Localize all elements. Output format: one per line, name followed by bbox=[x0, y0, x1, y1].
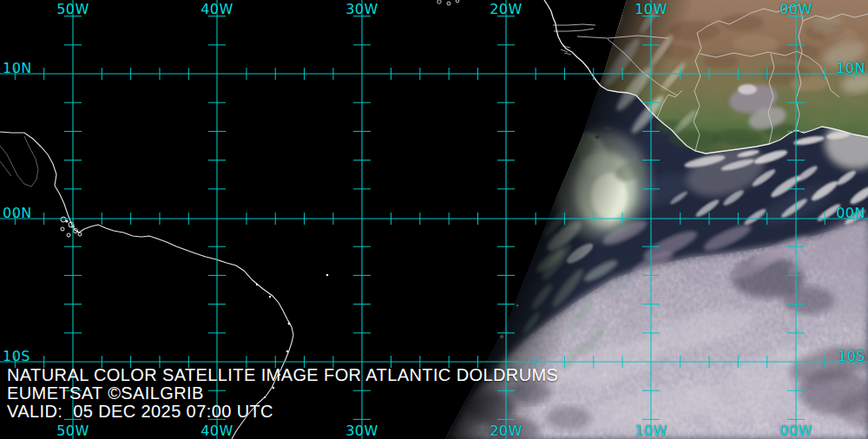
satellite-map bbox=[0, 0, 868, 439]
satellite-image-viewport: 50W50W40W40W30W30W20W20W10W10W00W00W10N1… bbox=[0, 0, 868, 439]
offshore-island bbox=[326, 274, 329, 277]
